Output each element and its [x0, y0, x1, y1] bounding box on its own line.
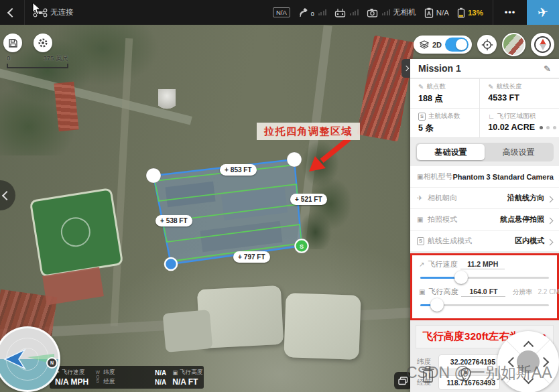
flight-altitude-value[interactable]: 164.0 FT	[461, 287, 505, 297]
tab-advanced-settings[interactable]: 高级设置	[485, 144, 552, 160]
flight-speed-value[interactable]: 11.2 MPH	[460, 260, 505, 269]
flight-speed-icon: ↗	[419, 261, 424, 268]
map-building	[163, 310, 213, 352]
drag-plus-icon: +	[238, 251, 242, 263]
left-drawer-toggle[interactable]	[0, 180, 15, 210]
map-building	[284, 293, 361, 360]
aircraft-status-item[interactable]: N/A	[424, 7, 449, 18]
chevron-right-icon	[548, 235, 552, 247]
map-mode-pill[interactable]: 2D	[414, 36, 472, 54]
stat-waypoints: ✎航点数 188 点	[410, 79, 480, 109]
setting-camera-heading[interactable]: ✈ 相机朝向 沿航线方向	[410, 188, 559, 209]
camera-model-icon: ▣	[417, 173, 423, 180]
map-scale-bar: 0 375 英尺	[7, 54, 68, 68]
corner-handle-top-right	[287, 152, 302, 167]
map-field-ring	[59, 215, 92, 249]
gps-status: 0	[298, 7, 327, 17]
more-menu-button[interactable]: •••	[493, 7, 527, 17]
drag-plus-icon: +	[160, 215, 164, 226]
map-sports-field	[29, 188, 124, 277]
connection-status-label: 无连接	[50, 7, 74, 17]
panel-collapse-tab[interactable]	[401, 59, 410, 78]
camera-status-label: 无相机	[393, 7, 416, 17]
edge-length-badge-left[interactable]: +538 FT	[156, 215, 192, 226]
crosshair-icon	[481, 39, 493, 51]
north-indicator: N	[46, 357, 58, 369]
gps-count: 0	[311, 11, 314, 17]
camera-heading-icon: ✈	[417, 194, 428, 202]
corner-handle-bottom-left	[165, 258, 177, 270]
mission-settings-button[interactable]	[34, 34, 52, 52]
map-trees	[300, 135, 351, 249]
flight-altitude-slider-thumb[interactable]	[430, 298, 444, 312]
camera-icon	[367, 8, 378, 17]
map-building	[165, 182, 215, 208]
back-button[interactable]	[0, 0, 25, 25]
setting-photo-mode[interactable]: ▣ 拍照模式 航点悬停拍照	[410, 209, 559, 231]
edit-mission-icon[interactable]: ✎	[544, 64, 551, 74]
tab-basic-settings[interactable]: 基础设置	[417, 144, 485, 160]
compass-reset-button[interactable]	[531, 33, 554, 56]
flight-altitude-slider[interactable]	[420, 298, 549, 312]
battery-status[interactable]: 13%	[457, 7, 483, 18]
edge-length-badge-top[interactable]: +853 FT	[220, 164, 257, 176]
tutorial-tip-label: 拉托四角调整区域	[257, 123, 360, 140]
map-building	[200, 221, 282, 252]
main-lines-icon: S	[418, 113, 426, 121]
photo-mode-icon: ▣	[417, 216, 428, 223]
map-building	[221, 187, 288, 220]
waypoint-icon: ✎	[418, 83, 424, 90]
edge-length-badge-bottom[interactable]: +797 FT	[233, 251, 270, 263]
setting-camera-model[interactable]: ▣ 相机型号 Phantom 3 Standard Camera	[410, 166, 559, 188]
resolution-label: 分辨率	[512, 287, 532, 297]
takeoff-plane-icon: ✈	[537, 4, 550, 21]
setting-route-mode[interactable]: S 航线生成模式 区内模式	[410, 231, 559, 252]
aircraft-status-value: N/A	[436, 9, 449, 17]
altitude-value: N/A FT	[172, 377, 202, 387]
drag-plus-icon: +	[225, 164, 229, 176]
locate-button[interactable]	[477, 35, 497, 54]
flight-altitude-row: ▣ 飞行高度 164.0 FT 分辨率 2.2 CM/PX	[419, 287, 550, 297]
settings-list: ▣ 相机型号 Phantom 3 Standard Camera ✈ 相机朝向 …	[410, 166, 559, 252]
back-icon	[7, 7, 17, 17]
telemetry-lng: N/A	[155, 379, 166, 386]
route-length-icon: ✎	[488, 83, 493, 90]
telemetry-altitude: ▣飞行高度 N/A FT	[172, 369, 202, 387]
stat-main-lines: S主航线条数 5 条	[410, 109, 480, 138]
save-mission-button[interactable]	[3, 34, 22, 52]
nudge-up-button[interactable]	[523, 341, 534, 352]
scale-zero: 0	[7, 54, 10, 63]
chevron-left-icon	[2, 190, 11, 200]
edge-length-badge-right[interactable]: +521 FT	[290, 194, 327, 205]
gps-signal-bars	[318, 9, 327, 15]
satellite-icon	[298, 8, 308, 17]
map-2d-toggle[interactable]	[445, 38, 469, 52]
resolution-value: 2.2 CM/PX	[538, 288, 559, 296]
flight-speed-slider[interactable]	[420, 270, 549, 285]
gear-icon	[38, 38, 48, 48]
flight-speed-slider-thumb[interactable]	[454, 271, 468, 284]
telemetry-speed: ↗飞行速度 N/A MPH	[55, 369, 88, 387]
map-floating-controls: 2D	[414, 33, 554, 56]
wgs-label: WGS	[95, 371, 101, 384]
scale-distance: 375 英尺	[44, 54, 69, 63]
drone-heading-arrow	[1, 346, 34, 373]
stat-area: ∟飞行区域面积 10.02 ACRE	[480, 109, 559, 138]
stats-pagination-dots[interactable]	[540, 126, 556, 129]
rc-signal-status	[334, 7, 359, 17]
rc-signal-bars	[350, 9, 359, 15]
chevron-right-icon	[548, 192, 552, 204]
mission-header: Mission 1 ✎	[410, 59, 559, 78]
mouse-cursor	[32, 2, 42, 15]
altitude-icon: ▣	[172, 369, 178, 376]
flight-speed-row: ↗ 飞行速度 11.2 MPH	[419, 259, 550, 269]
scale-line	[7, 64, 68, 68]
top-status-bar: 无连接 N/A 0	[0, 0, 559, 25]
telemetry-lat: N/A	[155, 369, 166, 377]
map-type-button[interactable]	[502, 33, 525, 56]
settings-tabs: 基础设置 高级设置	[416, 143, 554, 161]
speed-value: N/A MPH	[55, 377, 88, 387]
camera-signal-bars	[382, 9, 391, 15]
takeoff-button[interactable]: ✈	[527, 0, 559, 25]
telemetry-bar: ↗飞行速度 N/A MPH WGS 纬度N/A 经度N/A ▣飞行高度 N/A …	[50, 366, 204, 389]
